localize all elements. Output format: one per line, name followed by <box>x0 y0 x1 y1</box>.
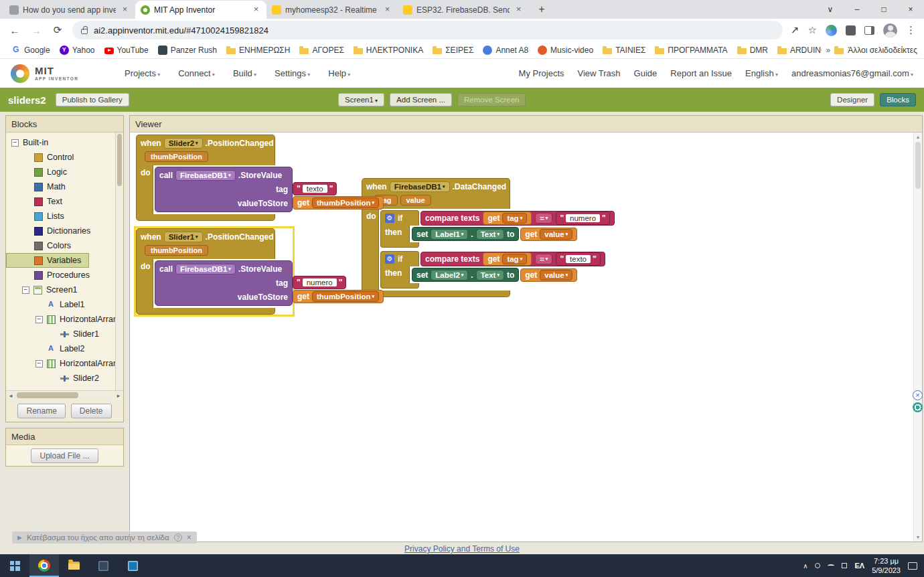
browser-tab[interactable]: How do you send app inventor sl × <box>4 1 135 19</box>
start-button[interactable] <box>0 554 29 577</box>
tray-icon[interactable] <box>815 563 820 568</box>
set-property-block[interactable]: set Label2▾ . Text▾ to <box>412 268 519 282</box>
share-icon[interactable]: ↗ <box>791 24 799 36</box>
designer-button[interactable]: Designer <box>830 93 874 106</box>
bookmark-item[interactable]: ΑΓΟΡΕΣ <box>295 44 348 56</box>
play-icon[interactable]: ▶ <box>17 534 22 541</box>
palette-category[interactable]: Procedures <box>6 268 98 282</box>
palette-category[interactable]: Text <box>6 194 70 209</box>
back-icon[interactable]: ← <box>8 25 21 36</box>
palette-category[interactable]: Control <box>6 150 82 165</box>
property-dropdown[interactable]: Text▾ <box>476 270 504 280</box>
language-indicator[interactable]: ΕΛ <box>854 562 864 570</box>
menu-item[interactable]: Help <box>328 68 350 78</box>
palette-category[interactable]: Logic <box>6 165 75 179</box>
palette-category[interactable]: Lists <box>6 209 72 224</box>
scroll-up-icon[interactable]: ▴ <box>914 134 922 140</box>
canvas-vertical-scrollbar[interactable]: ▴ ▾ <box>913 133 922 542</box>
delete-button[interactable]: Delete <box>71 404 112 418</box>
address-bar[interactable]: ai2.appinventor.mit.edu/#471002415982182… <box>72 21 783 39</box>
tray-expand-icon[interactable]: ∧ <box>803 562 807 570</box>
bookmark-item[interactable]: Music-video <box>533 44 598 56</box>
text-value[interactable]: texto <box>303 185 327 193</box>
tree-vertical-scrollbar[interactable] <box>115 133 123 390</box>
bookmark-item[interactable]: DMR <box>733 44 773 56</box>
operator-dropdown[interactable]: =▾ <box>535 254 552 264</box>
scrollbar-thumb[interactable] <box>17 392 78 398</box>
taskbar-app-2[interactable] <box>118 554 147 577</box>
variable-dropdown[interactable]: value▾ <box>540 229 572 240</box>
component-tree-item[interactable]: − Slider1 <box>6 327 115 341</box>
bookmark-item[interactable]: ARDUINO <box>773 44 822 56</box>
help-icon[interactable]: ? <box>174 533 182 542</box>
side-panel-icon[interactable] <box>864 26 874 35</box>
builtin-node[interactable]: − Built-in <box>6 135 115 150</box>
event-param[interactable]: thumbPosition <box>145 151 208 162</box>
scrollbar-thumb[interactable] <box>117 134 122 186</box>
text-value[interactable]: numero <box>566 214 600 222</box>
mutator-gear-icon[interactable]: ⚙ <box>385 214 394 223</box>
text-string-block[interactable]: numero <box>293 276 346 289</box>
lock-icon[interactable] <box>81 29 88 34</box>
bookmark-item[interactable]: YouTube <box>100 44 153 56</box>
collapse-icon[interactable]: − <box>35 360 43 367</box>
palette-category[interactable]: Variables <box>6 253 89 268</box>
component-dropdown[interactable]: Label2▾ <box>431 270 468 280</box>
text-string-block[interactable]: numero <box>556 212 609 225</box>
extension-logo-icon[interactable] <box>913 402 923 412</box>
collapse-icon[interactable]: − <box>11 139 19 147</box>
component-tree-item[interactable]: − Label2 <box>6 341 115 356</box>
variable-dropdown[interactable]: thumbPosition▾ <box>312 197 379 208</box>
header-link[interactable]: Guide <box>634 68 658 78</box>
bookmarks-overflow-icon[interactable]: » <box>822 46 834 55</box>
variable-dropdown[interactable]: value▾ <box>540 270 572 280</box>
if-then-block[interactable]: ⚙ if compare texts gettag▾ =▾ texto <box>380 251 577 288</box>
palette-category[interactable]: Dictionaries <box>6 224 98 238</box>
blocks-canvas[interactable]: when FirebaseDB1▾ .DataChanged tag value… <box>130 133 922 542</box>
block-when-firebasedb-datachanged[interactable]: when FirebaseDB1▾ .DataChanged tag value… <box>362 178 577 297</box>
get-variable-block[interactable]: getthumbPosition▾ <box>293 196 384 210</box>
palette-category[interactable]: Math <box>6 179 74 194</box>
property-dropdown[interactable]: Text▾ <box>476 229 504 240</box>
rename-button[interactable]: Rename <box>17 404 65 418</box>
extension-globe-icon[interactable] <box>826 25 837 36</box>
get-variable-block[interactable]: gettag▾ <box>483 212 532 225</box>
forward-icon[interactable]: → <box>29 25 43 36</box>
call-storevalue-block[interactable]: call FirebaseDB1▾ .StoreValue tag texto <box>155 167 293 212</box>
tab-close-icon[interactable]: × <box>382 5 392 15</box>
header-link[interactable]: My Projects <box>519 68 564 78</box>
tray-icon[interactable] <box>842 563 847 568</box>
component-tree-item[interactable]: − Label1 <box>6 297 115 312</box>
profile-avatar[interactable] <box>883 23 897 37</box>
scrollbar-thumb[interactable] <box>915 142 921 189</box>
browser-tab[interactable]: MIT App Inventor × <box>135 1 266 19</box>
scroll-down-icon[interactable]: ▾ <box>914 534 922 540</box>
bookmark-item[interactable]: Yahoo <box>55 44 100 56</box>
header-link[interactable]: English <box>745 68 778 78</box>
block-when-slider2-positionchanged[interactable]: when Slider2▾ .PositionChanged thumbPosi… <box>136 135 293 221</box>
set-property-block[interactable]: set Label1▾ . Text▾ to <box>412 227 519 241</box>
bookmark-item[interactable]: Annet A8 <box>478 44 533 56</box>
taskbar-chrome[interactable] <box>29 554 59 577</box>
clock[interactable]: 7:23 μμ 5/9/2023 <box>872 556 901 576</box>
reload-icon[interactable]: ⟳ <box>51 24 64 36</box>
tree-horizontal-scrollbar[interactable]: ◂ ▸ <box>6 390 123 400</box>
blocks-button[interactable]: Blocks <box>880 93 916 106</box>
get-variable-block[interactable]: getthumbPosition▾ <box>293 290 384 303</box>
component-dropdown[interactable]: Slider1▾ <box>164 232 203 242</box>
upload-file-button[interactable]: Upload File ... <box>31 448 98 463</box>
privacy-policy-link[interactable]: Privacy Policy and Terms of Use <box>404 544 520 554</box>
component-dropdown[interactable]: Label1▾ <box>431 229 468 240</box>
browser-tab[interactable]: myhomeesp32 - Realtime Datab × <box>266 1 398 19</box>
get-variable-block[interactable]: getvalue▾ <box>520 268 577 282</box>
download-audio-bar[interactable]: ▶ Κατέβασμα του ήχος απο αυτήν τη σελίδα… <box>12 531 197 544</box>
if-then-block[interactable]: ⚙ if compare texts gettag▾ =▾ numero <box>380 210 577 248</box>
tab-close-icon[interactable]: × <box>514 5 524 15</box>
variable-dropdown[interactable]: tag▾ <box>502 254 527 264</box>
component-tree-item[interactable]: − Slider2 <box>6 371 115 386</box>
close-icon[interactable]: × <box>897 0 924 19</box>
menu-item[interactable]: Settings <box>275 68 310 78</box>
taskbar-file-explorer[interactable] <box>59 554 88 577</box>
other-bookmarks[interactable]: Άλλοι σελιδοδείκτες <box>834 46 917 55</box>
maximize-icon[interactable]: □ <box>870 0 897 19</box>
